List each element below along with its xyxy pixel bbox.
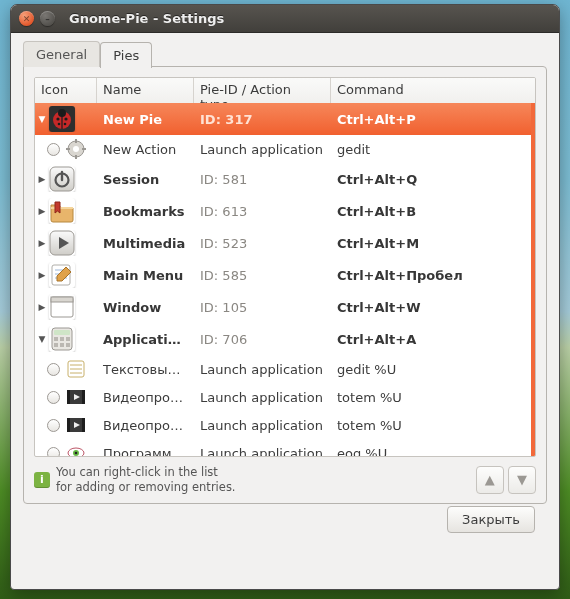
folder-bookmark-icon <box>49 198 75 224</box>
tree-row-pie[interactable]: ▶ BookmarksID: 613Ctrl+Alt+B <box>35 195 531 227</box>
svg-rect-41 <box>82 418 85 432</box>
svg-rect-26 <box>54 337 58 341</box>
window-minimize-button[interactable]: – <box>40 11 55 26</box>
row-radio[interactable] <box>47 447 60 457</box>
tree-body[interactable]: ▼ New PieID: 317Ctrl+Alt+P New ActionLau… <box>35 103 535 456</box>
svg-rect-31 <box>66 343 70 347</box>
cell-icon: ▶ <box>35 198 97 224</box>
cell-name: Main Menu <box>97 268 194 283</box>
power-icon <box>49 166 75 192</box>
cell-icon <box>35 359 97 379</box>
expander-closed-icon[interactable]: ▶ <box>37 206 47 216</box>
move-down-button[interactable]: ▼ <box>508 466 536 494</box>
svg-point-5 <box>64 117 67 120</box>
tab-pies[interactable]: Pies <box>100 42 152 68</box>
cell-name: Multimedia <box>97 236 194 251</box>
pies-tree[interactable]: Icon Name Pie-ID / Action type Command ▼… <box>34 77 536 457</box>
tree-row-action[interactable]: Программ…Launch applicationeog %U <box>35 439 531 456</box>
tree-row-pie[interactable]: ▼ Applicatio…ID: 706Ctrl+Alt+A <box>35 323 531 355</box>
expander-open-icon[interactable]: ▼ <box>37 334 47 344</box>
svg-rect-25 <box>54 330 70 335</box>
notepad-pencil-icon <box>49 262 75 288</box>
expander-closed-icon[interactable]: ▶ <box>37 238 47 248</box>
cell-type: Launch application <box>194 142 331 157</box>
calculator-icon <box>49 326 75 352</box>
tab-general[interactable]: General <box>23 41 100 67</box>
play-icon <box>49 230 75 256</box>
cell-icon: ▼ <box>35 326 97 352</box>
settings-window: ✕ – Gnome-Pie - Settings General Pies Ic… <box>10 4 560 590</box>
cell-command: Ctrl+Alt+Q <box>331 172 531 187</box>
ladybug-icon <box>49 106 75 132</box>
cell-icon: ▶ <box>35 166 97 192</box>
cell-name: New Pie <box>97 112 194 127</box>
cell-icon: ▼ <box>35 106 97 132</box>
cell-name: Текстовы… <box>97 362 194 377</box>
cell-command: Ctrl+Alt+B <box>331 204 531 219</box>
svg-point-7 <box>64 123 67 126</box>
cell-name: Программ… <box>97 446 194 457</box>
svg-point-6 <box>58 123 61 126</box>
cell-command: gedit <box>331 142 531 157</box>
cell-type: ID: 317 <box>194 112 331 127</box>
cell-type: ID: 523 <box>194 236 331 251</box>
expander-closed-icon[interactable]: ▶ <box>37 270 47 280</box>
cell-icon: ▶ <box>35 294 97 320</box>
expander-closed-icon[interactable]: ▶ <box>37 174 47 184</box>
cell-icon: ▶ <box>35 262 97 288</box>
row-radio[interactable] <box>47 419 60 432</box>
tree-row-action[interactable]: Видеопро…Launch applicationtotem %U <box>35 411 531 439</box>
window-title: Gnome-Pie - Settings <box>69 11 224 26</box>
close-button[interactable]: Закрыть <box>447 506 535 533</box>
svg-rect-30 <box>60 343 64 347</box>
tree-row-action[interactable]: New ActionLaunch applicationgedit <box>35 135 531 163</box>
tree-row-pie[interactable]: ▶ Main MenuID: 585Ctrl+Alt+Пробел <box>35 259 531 291</box>
titlebar[interactable]: ✕ – Gnome-Pie - Settings <box>11 5 559 33</box>
tree-row-pie[interactable]: ▶ SessionID: 581Ctrl+Alt+Q <box>35 163 531 195</box>
cell-name: Window <box>97 300 194 315</box>
cell-command: Ctrl+Alt+P <box>331 112 531 127</box>
cell-command: Ctrl+Alt+Пробел <box>331 268 531 283</box>
close-icon: ✕ <box>23 14 31 24</box>
notepad-lines-icon <box>66 359 86 379</box>
tree-row-pie[interactable]: ▼ New PieID: 317Ctrl+Alt+P <box>35 103 531 135</box>
window-close-button[interactable]: ✕ <box>19 11 34 26</box>
video-icon <box>66 415 86 435</box>
tree-row-action[interactable]: Видеопро…Launch applicationtotem %U <box>35 383 531 411</box>
cell-icon: ▶ <box>35 230 97 256</box>
cell-name: New Action <box>97 142 194 157</box>
cell-command: Ctrl+Alt+A <box>331 332 531 347</box>
cell-name: Bookmarks <box>97 204 194 219</box>
svg-rect-37 <box>67 390 70 404</box>
row-radio[interactable] <box>47 391 60 404</box>
minimize-icon: – <box>45 14 50 24</box>
expander-closed-icon[interactable]: ▶ <box>37 302 47 312</box>
tree-row-action[interactable]: Текстовы…Launch applicationgedit %U <box>35 355 531 383</box>
cell-command: Ctrl+Alt+W <box>331 300 531 315</box>
move-up-button[interactable]: ▲ <box>476 466 504 494</box>
cell-type: Launch application <box>194 446 331 457</box>
row-radio[interactable] <box>47 143 60 156</box>
info-icon: i <box>34 472 50 488</box>
gear-icon <box>66 139 86 159</box>
cell-command: totem %U <box>331 418 531 433</box>
hint-line2: for adding or removing entries. <box>56 480 236 495</box>
tree-row-pie[interactable]: ▶ WindowID: 105Ctrl+Alt+W <box>35 291 531 323</box>
tab-panel-pies: Icon Name Pie-ID / Action type Command ▼… <box>23 66 547 504</box>
cell-icon <box>35 387 97 407</box>
cell-command: gedit %U <box>331 362 531 377</box>
svg-rect-23 <box>51 297 73 302</box>
reorder-buttons: ▲ ▼ <box>476 466 536 494</box>
svg-point-9 <box>73 146 79 152</box>
video-icon <box>66 387 86 407</box>
eye-icon <box>66 443 86 456</box>
cell-type: Launch application <box>194 418 331 433</box>
cell-type: ID: 585 <box>194 268 331 283</box>
expander-open-icon[interactable]: ▼ <box>37 114 47 124</box>
cell-command: eog %U <box>331 446 531 457</box>
svg-rect-28 <box>66 337 70 341</box>
row-radio[interactable] <box>47 363 60 376</box>
cell-type: ID: 613 <box>194 204 331 219</box>
cell-type: ID: 105 <box>194 300 331 315</box>
tree-row-pie[interactable]: ▶ MultimediaID: 523Ctrl+Alt+M <box>35 227 531 259</box>
